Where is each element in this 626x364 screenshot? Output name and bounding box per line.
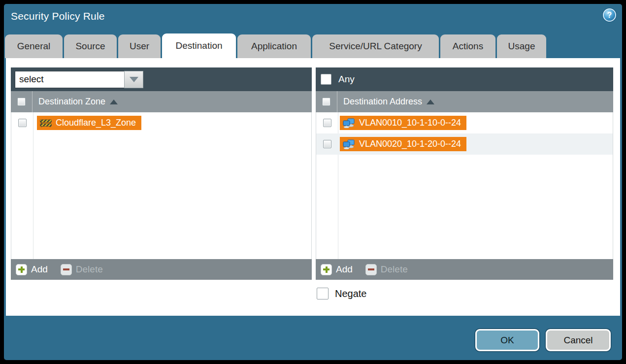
- add-button[interactable]: Add: [321, 264, 353, 275]
- any-label: Any: [338, 74, 355, 85]
- zone-list: Cloudflare_L3_Zone: [11, 112, 312, 259]
- add-button-label: Add: [31, 264, 48, 275]
- tab-destination[interactable]: Destination: [162, 33, 236, 58]
- sort-asc-icon: [110, 99, 118, 104]
- zone-barrier-icon: [40, 118, 52, 128]
- delete-button-label: Delete: [381, 264, 408, 275]
- row-checkbox-cell: [11, 112, 33, 133]
- negate-label: Negate: [335, 288, 367, 299]
- address-select-all-cell: [316, 91, 337, 112]
- address-column-header: Destination Address: [316, 91, 613, 112]
- destination-zone-panel: Destination Zone: [11, 67, 312, 280]
- zone-chip[interactable]: Cloudflare_L3_Zone: [37, 116, 141, 130]
- dialog-buttons: OK Cancel: [475, 329, 611, 351]
- table-row: VLAN0020_10-1-20-0--24: [316, 133, 613, 155]
- minus-icon: [61, 264, 72, 275]
- address-panel-header: Any: [316, 67, 613, 91]
- address-chip[interactable]: VLAN0020_10-1-20-0--24: [340, 137, 466, 151]
- row-checkbox[interactable]: [323, 119, 331, 127]
- ok-button[interactable]: OK: [475, 329, 539, 351]
- negate-option: Negate: [317, 288, 367, 299]
- tab-actions[interactable]: Actions: [440, 34, 495, 58]
- help-icon[interactable]: ?: [603, 8, 616, 22]
- address-chip-label: VLAN0020_10-1-20-0--24: [359, 139, 461, 149]
- chevron-down-icon: [130, 77, 138, 82]
- row-checkbox-cell: [316, 133, 338, 155]
- tab-user[interactable]: User: [118, 34, 161, 58]
- delete-button[interactable]: Delete: [365, 264, 408, 275]
- plus-icon: [321, 264, 332, 275]
- add-button[interactable]: Add: [16, 264, 48, 275]
- row-checkbox-cell: [316, 112, 338, 133]
- address-chip[interactable]: VLAN0010_10-1-10-0--24: [340, 116, 466, 130]
- column-header-destination-zone[interactable]: Destination Zone: [38, 97, 118, 107]
- address-list: VLAN0010_10-1-10-0--24: [316, 112, 613, 259]
- negate-checkbox[interactable]: [317, 288, 329, 299]
- zone-column-header: Destination Zone: [11, 91, 312, 112]
- zone-panel-header: [11, 67, 312, 91]
- security-policy-rule-dialog: Security Policy Rule ? General Source Us…: [4, 4, 622, 360]
- address-chip-label: VLAN0010_10-1-10-0--24: [359, 118, 461, 128]
- tab-service-url-category[interactable]: Service/URL Category: [312, 34, 439, 58]
- zone-select-all-cell: [11, 91, 33, 112]
- column-divider: [33, 112, 33, 259]
- row-checkbox[interactable]: [323, 140, 331, 148]
- delete-button-label: Delete: [76, 264, 103, 275]
- page-title: Security Policy Rule: [11, 10, 105, 22]
- column-header-label: Destination Address: [343, 97, 422, 107]
- table-row: VLAN0010_10-1-10-0--24: [316, 112, 613, 133]
- tab-source[interactable]: Source: [64, 34, 117, 58]
- add-button-label: Add: [336, 264, 353, 275]
- address-select-all-checkbox[interactable]: [322, 98, 330, 106]
- zone-chip-label: Cloudflare_L3_Zone: [56, 118, 136, 128]
- minus-icon: [365, 264, 377, 275]
- delete-button[interactable]: Delete: [61, 264, 103, 275]
- destination-address-panel: Any Destination Address: [316, 67, 613, 280]
- table-row: Cloudflare_L3_Zone: [11, 112, 311, 133]
- sort-asc-icon: [427, 99, 434, 104]
- destination-tab-content: Destination Zone: [6, 58, 620, 316]
- network-icon: [343, 139, 355, 149]
- zone-filter-input[interactable]: [15, 71, 124, 88]
- tab-bar: General Source User Destination Applicat…: [5, 34, 546, 58]
- tab-usage[interactable]: Usage: [497, 34, 546, 58]
- tab-general[interactable]: General: [5, 34, 63, 58]
- plus-icon: [16, 264, 27, 275]
- network-icon: [343, 118, 355, 128]
- zone-filter-combo: [15, 71, 143, 88]
- any-checkbox[interactable]: [321, 74, 331, 85]
- cancel-button[interactable]: Cancel: [546, 329, 611, 351]
- row-checkbox[interactable]: [18, 119, 27, 127]
- tab-application[interactable]: Application: [237, 34, 311, 58]
- column-header-label: Destination Zone: [38, 97, 105, 107]
- zone-panel-footer: Add Delete: [11, 259, 312, 280]
- zone-select-all-checkbox[interactable]: [17, 98, 26, 106]
- address-panel-footer: Add Delete: [316, 259, 613, 280]
- zone-filter-dropdown-button[interactable]: [124, 71, 143, 88]
- column-header-destination-address[interactable]: Destination Address: [343, 97, 434, 107]
